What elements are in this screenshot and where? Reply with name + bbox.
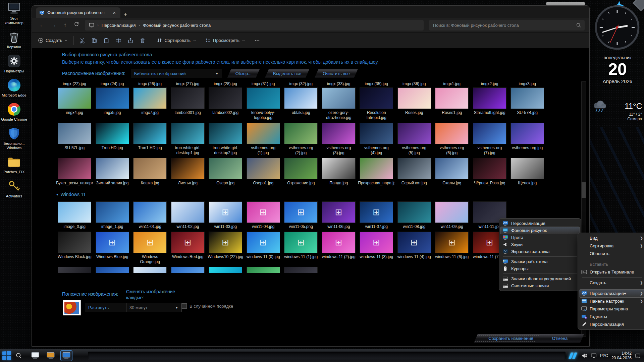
share-button[interactable] [127,38,133,44]
desktop-icon-recycle-bin[interactable]: Корзина [0,30,28,49]
clear-all-button[interactable]: Очистить все [315,69,358,78]
desktop-icon-computer[interactable]: Этот компьютер [0,1,28,25]
wallpaper-thumbnail[interactable] [284,158,318,179]
wallpaper-thumbnail[interactable] [435,201,469,223]
wallpaper-thumbnail[interactable] [322,123,356,144]
wallpaper-thumbnail[interactable] [209,158,242,179]
wallpaper-thumbnail[interactable] [397,158,431,179]
wallpaper-cell[interactable]: Resolution Intrepid.jpg [358,87,395,120]
menu-item[interactable]: Сортировка ❯ [579,242,644,250]
wallpaper-cell[interactable]: windows-11 (3).jpg [358,232,395,264]
wallpaper-thumbnail[interactable] [360,123,393,144]
wallpaper-thumbnail[interactable] [511,158,544,179]
wallpaper-thumbnail[interactable] [284,232,318,253]
wallpaper-cell[interactable]: Roses.jpg [395,87,433,120]
wallpaper-cell[interactable]: Зимний залив.jpg [94,158,131,186]
wallpaper-thumbnail[interactable] [96,201,129,223]
wallpaper-cell[interactable]: vsthemes-org (6).jpg [433,123,471,156]
wallpaper-cell[interactable]: windows-11 (0).jpg [245,232,282,264]
wallpaper-thumbnail[interactable] [397,201,431,223]
wallpaper-thumbnail[interactable] [435,123,469,144]
wallpaper-thumbnail[interactable] [171,123,205,144]
wallpaper-thumbnail[interactable] [171,232,205,253]
image-location-select[interactable]: Библиотека изображений▼ [131,69,222,78]
wallpaper-cell[interactable]: Щенок.jpg [508,158,546,186]
wallpaper-cell[interactable]: Озеро1.jpg [245,158,282,186]
desktop-icon-shield[interactable]: Безопасно... Windows [0,126,28,150]
wallpaper-cell[interactable]: imgx5.jpg [94,87,131,120]
wallpaper-cell[interactable]: win11-04.jpg [245,201,282,229]
section-header-windows11[interactable]: ▾Windows 11 [56,191,548,198]
menu-item[interactable]: Экранная заставка [500,248,580,255]
wallpaper-cell[interactable]: vsthemes-org (1).jpg [245,123,282,156]
wallpaper-cell[interactable]: Windows10 (22).jpg [207,232,245,264]
wallpaper-cell[interactable] [56,267,94,273]
wallpaper-cell[interactable] [94,267,131,273]
wallpaper-cell[interactable]: Windows Orange.jpg [131,232,169,264]
menu-item[interactable]: Системные значки [500,282,580,289]
breadcrumb-item-wallpaper[interactable]: Фоновый рисунок рабочего стола [143,23,211,28]
wallpaper-thumbnail[interactable] [247,232,280,253]
start-button[interactable] [2,351,11,360]
wallpaper-cell[interactable] [282,267,320,273]
wallpaper-cell[interactable]: ozero-gory-otrazhenie.jpg [320,87,358,120]
wallpaper-thumbnail[interactable] [133,87,167,109]
tab-close-icon[interactable]: × [111,10,117,15]
wallpaper-cell[interactable]: vsthemes-org (2).jpg [282,123,320,156]
menu-item[interactable]: Создать ❯ [579,279,644,287]
menu-item[interactable]: Фоновый рисунок [500,227,580,234]
up-button[interactable]: ↑ [59,22,71,28]
wallpaper-thumbnail[interactable] [133,158,167,179]
wallpaper-cell[interactable]: lambce002.jpg [207,87,245,120]
wallpaper-thumbnail[interactable] [284,123,318,144]
wallpaper-thumbnail[interactable] [511,123,544,144]
wallpaper-thumbnail[interactable] [247,123,280,144]
wallpaper-thumbnail[interactable] [58,201,91,223]
browse-button[interactable]: Обзор... [227,69,260,78]
breadcrumb[interactable]: › Персонализация › Фоновый рисунок рабоч… [85,20,424,31]
wallpaper-cell[interactable]: Отражение.jpg [282,158,320,186]
search-box[interactable] [429,20,585,31]
wallpaper-cell[interactable]: tron-white-girl-desktop2.jpg [207,123,245,156]
wallpaper-thumbnail[interactable] [284,201,318,223]
wallpaper-cell[interactable]: image_1.jpg [94,201,131,229]
wallpaper-cell[interactable]: imgx4.jpg [56,87,94,120]
menu-item[interactable]: Значки раб. стола [500,258,580,265]
wallpaper-cell[interactable]: Чёрная_Роза.jpg [471,158,509,186]
wallpaper-cell[interactable]: vsthemes-org (7).jpg [471,123,509,156]
wallpaper-cell[interactable]: Tron HD.jpg [94,123,131,156]
menu-item[interactable]: Гаджеты [579,313,644,320]
display-tray-icon[interactable] [591,353,597,359]
wallpaper-cell[interactable]: win11-09.jpg [433,201,471,229]
wallpaper-cell[interactable]: windows-11 (2).jpg [320,232,358,264]
wallpaper-cell[interactable]: win11-01.jpg [131,201,169,229]
menu-item[interactable]: Обновить [579,250,644,257]
view-button[interactable]: Просмотреть [205,38,246,43]
breadcrumb-item-personalization[interactable]: Персонализация [102,23,136,28]
wallpaper-thumbnail[interactable] [133,267,167,273]
wallpaper-cell[interactable] [169,267,207,273]
wallpaper-thumbnail[interactable] [209,267,242,273]
wallpaper-thumbnail[interactable] [322,201,356,223]
wallpaper-thumbnail[interactable] [284,87,318,109]
wallpaper-cell[interactable] [245,267,282,273]
wallpaper-thumbnail[interactable] [171,158,205,179]
wallpaper-cell[interactable]: win11-03.jpg [207,201,245,229]
wallpaper-cell[interactable]: vsthemes-org.jpg [508,123,546,156]
wallpaper-cell[interactable]: Windows Blue.jpg [94,232,131,264]
menu-item[interactable]: Панель настроек ❯ [579,297,644,305]
wallpaper-cell[interactable]: win11-02.jpg [169,201,207,229]
wallpaper-thumbnail[interactable] [171,201,205,223]
menu-item[interactable]: Персонализация+ ❯ [579,290,644,297]
rename-button[interactable] [115,38,121,44]
wallpaper-cell[interactable]: Windows Black.jpg [56,232,94,264]
back-button[interactable]: ← [37,22,48,28]
wallpaper-cell[interactable]: windows-11 (4).jpg [395,232,433,264]
wallpaper-thumbnail[interactable] [397,232,431,253]
wallpaper-thumbnail[interactable] [58,232,91,253]
desktop-icon-folder[interactable]: Patches_FIX [0,155,28,174]
wallpaper-cell[interactable]: Озеро.jpg [207,158,245,186]
shuffle-checkbox[interactable] [181,303,187,309]
taskbar-app-button-2[interactable] [45,351,56,361]
wallpaper-thumbnail[interactable] [96,158,129,179]
